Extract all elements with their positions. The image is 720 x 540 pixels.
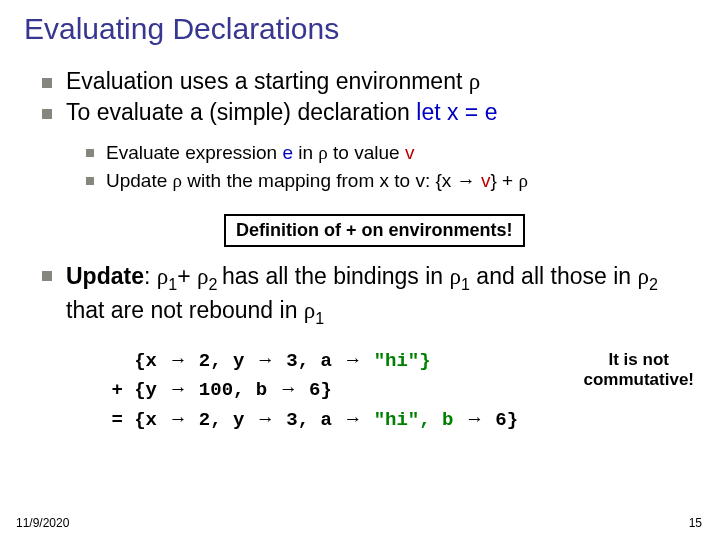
subscript: 1 [168,275,177,293]
text: = {x [100,409,168,431]
arrow-icon: → [168,408,187,429]
bullet-text: To evaluate a (simple) declaration let x… [66,99,497,126]
bullet-item: Evaluation uses a starting environment ρ [42,68,696,95]
definition-callout: Definition of + on environments! [224,214,525,247]
arrow-icon: → [465,408,484,429]
rho-symbol: ρ [304,298,315,323]
text: 3, a [275,409,343,431]
bullet-icon [42,109,52,119]
string-literal: "hi"} [362,350,430,372]
note-line: commutative! [583,370,694,390]
arrow-icon: → [168,378,187,399]
arrow-icon: → [256,349,275,370]
arrow-icon: → [343,408,362,429]
rho-symbol: ρ [450,264,461,289]
bullet-sub-item: Update ρ with the mapping from x to v: {… [86,170,696,192]
text: Update [106,170,173,191]
bullet-icon [42,271,52,281]
text: + {y [100,379,168,401]
subscript: 1 [461,275,470,293]
text: 100, b [187,379,278,401]
bullet-icon [42,78,52,88]
text: Evaluation uses a starting environment [66,68,469,94]
subscript: 2 [649,275,658,293]
text: has all the bindings in [222,263,450,289]
bullet-item: To evaluate a (simple) declaration let x… [42,99,696,126]
bullet-icon [86,149,94,157]
text: } + [490,170,518,191]
rho-symbol: ρ [318,142,327,163]
note-line: It is not [583,350,694,370]
bullet-item: Update: ρ1+ ρ2 has all the bindings in ρ… [42,261,696,330]
text: with the mapping from x to v: {x [182,170,457,191]
text: 3, a [275,350,343,372]
text: 2, y [187,350,255,372]
text: : [144,263,157,289]
arrow-icon: → [279,378,298,399]
bullet-text: Update ρ with the mapping from x to v: {… [106,170,528,192]
bullet-text: Evaluate expression e in ρ to value v [106,142,414,164]
text: 6} [484,409,518,431]
var-v: v [481,170,491,191]
update-label: Update [66,263,144,289]
bullet-text: Evaluation uses a starting environment ρ [66,68,480,95]
bullet-text: Update: ρ1+ ρ2 has all the bindings in ρ… [66,261,696,330]
text: + [177,263,197,289]
rho-symbol: ρ [173,170,182,191]
subscript: 2 [208,275,221,293]
rho-symbol: ρ [637,264,648,289]
text: 2, y [187,409,255,431]
text: {x [100,350,168,372]
slide-number: 15 [689,516,702,530]
text: and all those in [470,263,638,289]
rho-symbol: ρ [518,170,527,191]
arrow-icon: → [343,349,362,370]
slide-title: Evaluating Declarations [24,12,696,46]
rho-symbol: ρ [157,264,168,289]
slide: Evaluating Declarations Evaluation uses … [0,0,720,434]
note-callout: It is not commutative! [583,350,694,391]
arrow-icon: → [256,408,275,429]
var-e: e [282,142,293,163]
bullet-sub-item: Evaluate expression e in ρ to value v [86,142,696,164]
code-text: let x = e [416,99,497,125]
arrow-icon: → [457,170,476,191]
text: to value [328,142,405,163]
bullet-icon [86,177,94,185]
subscript: 1 [315,309,324,327]
rho-symbol: ρ [469,69,480,94]
var-v: v [405,142,415,163]
text: To evaluate a (simple) declaration [66,99,416,125]
example-row: = {x → 2, y → 3, a → "hi", b → 6} [100,405,696,435]
text: Evaluate expression [106,142,282,163]
footer-date: 11/9/2020 [16,516,69,530]
text: 6} [298,379,332,401]
text: in [293,142,318,163]
text: that are not rebound in [66,297,304,323]
rho-symbol: ρ [197,264,208,289]
arrow-icon: → [168,349,187,370]
string-literal: "hi", b [362,409,465,431]
